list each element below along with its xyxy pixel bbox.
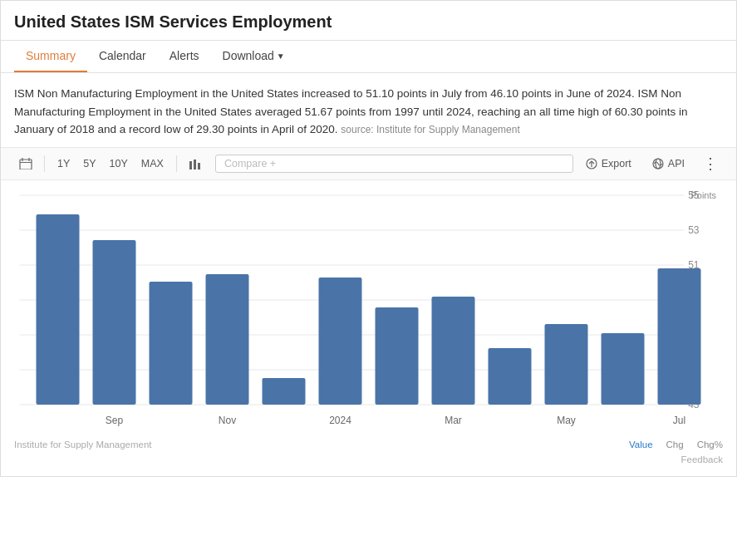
calendar-icon (19, 158, 32, 169)
toolbar-divider-1 (44, 155, 45, 172)
page-title: United States ISM Services Employment (1, 1, 736, 41)
y-axis-label: Points (690, 190, 716, 200)
toolbar-right: Export API ⋮ (578, 153, 723, 174)
svg-rect-34 (545, 324, 588, 405)
svg-rect-35 (602, 333, 645, 405)
svg-rect-28 (206, 274, 249, 405)
svg-rect-29 (263, 378, 306, 405)
chart-container: Points 55 53 51 49 47 45 43 (1, 180, 736, 436)
api-icon (651, 158, 665, 169)
tab-calendar[interactable]: Calendar (87, 41, 158, 72)
svg-text:May: May (557, 415, 576, 426)
chevron-down-icon: ▼ (277, 52, 285, 61)
svg-rect-30 (319, 278, 362, 405)
svg-text:Nov: Nov (219, 415, 236, 426)
footer-chg-btn[interactable]: Chg (666, 440, 684, 449)
bar-chart-icon (189, 158, 202, 169)
api-button[interactable]: API (645, 155, 691, 172)
svg-rect-4 (189, 161, 192, 169)
svg-rect-26 (93, 240, 136, 405)
svg-text:2024: 2024 (329, 415, 351, 426)
svg-rect-36 (658, 268, 701, 405)
chart-toolbar: 1Y 5Y 10Y MAX Compare + Export (1, 147, 736, 180)
footer-right: Value Chg Chg% (629, 440, 723, 449)
more-options-button[interactable]: ⋮ (698, 153, 723, 174)
calendar-icon-button[interactable] (14, 155, 37, 172)
export-button[interactable]: Export (578, 155, 638, 172)
chart-type-button[interactable] (184, 155, 207, 172)
toolbar-divider-2 (176, 155, 177, 172)
export-icon (585, 158, 598, 169)
svg-rect-31 (376, 307, 419, 405)
page-wrapper: United States ISM Services Employment Su… (0, 0, 737, 477)
svg-text:53: 53 (688, 224, 700, 236)
svg-text:Mar: Mar (445, 415, 462, 426)
tab-download[interactable]: Download ▼ (211, 41, 297, 72)
summary-section: ISM Non Manufacturing Employment in the … (1, 73, 736, 147)
feedback-row: Feedback (1, 451, 736, 468)
period-max[interactable]: MAX (135, 155, 170, 172)
footer-chgpct-btn[interactable]: Chg% (697, 440, 723, 449)
svg-rect-33 (489, 348, 532, 405)
svg-rect-25 (37, 214, 80, 405)
compare-input[interactable]: Compare + (215, 155, 573, 173)
svg-rect-27 (150, 282, 193, 405)
tab-summary[interactable]: Summary (14, 41, 87, 72)
svg-rect-6 (198, 163, 200, 169)
svg-text:Jul: Jul (673, 415, 685, 426)
source-text: source: Institute for Supply Management (341, 124, 519, 135)
svg-rect-32 (432, 297, 475, 405)
chart-source: Institute for Supply Management (14, 440, 152, 449)
svg-rect-5 (194, 160, 196, 169)
period-5y[interactable]: 5Y (77, 155, 101, 172)
feedback-link[interactable]: Feedback (680, 454, 723, 464)
svg-text:Sep: Sep (106, 415, 124, 426)
tab-bar: Summary Calendar Alerts Download ▼ (1, 41, 736, 73)
bar-chart-svg: 55 53 51 49 47 45 43 (14, 187, 723, 436)
chart-footer: Institute for Supply Management Value Ch… (1, 436, 736, 451)
period-1y[interactable]: 1Y (52, 155, 76, 172)
svg-rect-0 (20, 160, 32, 169)
period-group: 1Y 5Y 10Y MAX (52, 155, 170, 172)
tab-alerts[interactable]: Alerts (158, 41, 211, 72)
period-10y[interactable]: 10Y (104, 155, 134, 172)
footer-value-btn[interactable]: Value (629, 440, 653, 449)
